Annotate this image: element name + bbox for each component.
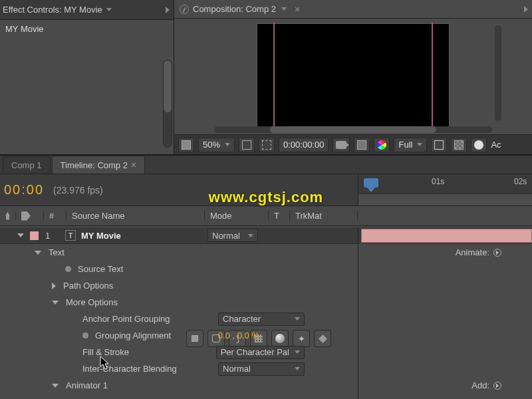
- col-t[interactable]: T: [274, 211, 279, 221]
- layer-index: 1: [45, 231, 65, 241]
- av-features-icon[interactable]: [5, 212, 10, 220]
- twirl-icon[interactable]: [52, 301, 59, 305]
- scrollbar-vertical[interactable]: [163, 60, 172, 148]
- show-channel-straight-icon[interactable]: [239, 138, 255, 152]
- zoom-dropdown[interactable]: 50%: [198, 138, 235, 152]
- timecode-value: 0:00:00:00: [283, 140, 324, 150]
- resolution-dropdown[interactable]: Full: [394, 138, 427, 152]
- col-trkmat[interactable]: TrkMat: [295, 211, 322, 221]
- col-source-name[interactable]: Source Name: [72, 211, 124, 221]
- col-mode[interactable]: Mode: [210, 211, 232, 221]
- effect-controls-item-name: MY Movie: [5, 24, 168, 34]
- view-layout-icon[interactable]: [471, 138, 487, 152]
- twirl-icon[interactable]: [35, 251, 41, 255]
- snapshot-icon[interactable]: [332, 138, 350, 152]
- prop-inter-char-blending[interactable]: Inter-Character Blending: [82, 364, 177, 374]
- prop-path-options[interactable]: Path Options: [63, 281, 113, 291]
- ruler-tick: 01s: [432, 177, 444, 186]
- anchor-grouping-dropdown[interactable]: Character: [218, 313, 305, 326]
- dropdown-value: Per Character Pal: [221, 347, 289, 357]
- layer-duration-bar[interactable]: [361, 229, 532, 243]
- composition-tab[interactable]: Composition: Comp 2: [193, 4, 276, 14]
- effect-controls-tab[interactable]: Effect Controls: MY Movie: [3, 5, 102, 15]
- fill-stroke-dropdown[interactable]: Per Character Pal: [216, 346, 305, 359]
- fps-display: (23.976 fps): [53, 185, 103, 196]
- show-snapshot-icon[interactable]: [354, 138, 370, 152]
- prop-more-options[interactable]: More Options: [66, 297, 118, 307]
- viewer-scrollbar-horizontal[interactable]: [214, 126, 492, 133]
- current-time[interactable]: 00:00: [4, 182, 44, 198]
- viewer-scrollbar-vertical[interactable]: [495, 25, 501, 121]
- current-time-display[interactable]: 0:00:00:00: [279, 138, 329, 152]
- pin-icon[interactable]: [180, 5, 189, 14]
- transparency-grid-icon[interactable]: [451, 138, 467, 152]
- prop-fill-stroke[interactable]: Fill & Stroke: [82, 347, 129, 357]
- prop-animator-1[interactable]: Animator 1: [66, 380, 108, 390]
- time-ruler[interactable]: 01s 02s: [358, 174, 532, 205]
- stopwatch-icon[interactable]: [82, 332, 88, 338]
- effect-controls-dropdown-icon[interactable]: [106, 8, 112, 11]
- prop-source-text[interactable]: Source Text: [78, 264, 123, 274]
- close-icon[interactable]: ×: [295, 4, 300, 15]
- view-label: Ac: [491, 140, 501, 150]
- dropdown-value: Normal: [223, 364, 251, 374]
- composition-dropdown-icon[interactable]: [281, 7, 287, 11]
- blend-mode-dropdown[interactable]: Normal: [207, 229, 258, 242]
- safe-guide-left: [273, 23, 275, 129]
- tab-label: Comp 1: [11, 160, 42, 170]
- close-icon[interactable]: ×: [131, 160, 136, 170]
- twirl-icon[interactable]: [17, 233, 24, 237]
- tab-comp-1[interactable]: Comp 1: [3, 156, 51, 174]
- prop-grouping-alignment[interactable]: Grouping Alignment: [95, 331, 171, 340]
- layer-name[interactable]: MY Movie: [81, 231, 121, 241]
- current-time-indicator[interactable]: [364, 178, 380, 190]
- stopwatch-icon[interactable]: [65, 266, 71, 272]
- tab-comp-2[interactable]: Timeline: Comp 2×: [52, 156, 146, 174]
- dropdown-value: Character: [223, 314, 261, 324]
- col-number[interactable]: #: [49, 211, 54, 221]
- always-preview-icon[interactable]: [178, 138, 194, 152]
- viewer-canvas[interactable]: [257, 23, 450, 128]
- zoom-value: 50%: [203, 140, 220, 150]
- panel-menu-icon[interactable]: [166, 7, 170, 13]
- grouping-alignment-value[interactable]: 0.0 , 0.0 %: [218, 331, 259, 340]
- resolution-value: Full: [398, 140, 412, 150]
- twirl-icon[interactable]: [52, 283, 56, 289]
- inter-char-blend-dropdown[interactable]: Normal: [218, 362, 305, 376]
- roi-icon[interactable]: [431, 138, 447, 152]
- color-channel-icon[interactable]: [374, 138, 390, 152]
- mode-value: Normal: [212, 231, 240, 241]
- layer-color-swatch[interactable]: [30, 231, 39, 240]
- prop-text[interactable]: Text: [49, 247, 65, 257]
- text-layer-icon: T: [65, 230, 76, 241]
- safe-guide-right: [432, 23, 433, 129]
- toggle-mask-icon[interactable]: [259, 138, 275, 152]
- ruler-tick: 02s: [514, 177, 527, 186]
- tab-label: Timeline: Comp 2: [61, 160, 128, 170]
- panel-menu-icon[interactable]: [524, 6, 528, 13]
- twirl-icon[interactable]: [52, 384, 59, 388]
- prop-anchor-point-grouping[interactable]: Anchor Point Grouping: [82, 314, 170, 324]
- label-icon[interactable]: [21, 211, 31, 221]
